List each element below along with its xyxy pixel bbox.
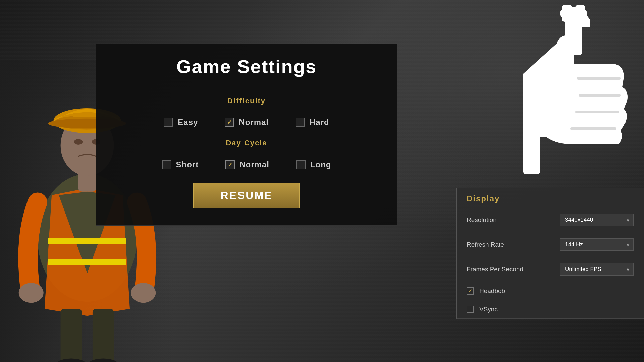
difficulty-easy[interactable]: Easy xyxy=(164,118,198,127)
svg-rect-24 xyxy=(579,94,621,97)
svg-rect-22 xyxy=(523,134,540,174)
svg-point-11 xyxy=(19,283,44,303)
fps-select[interactable]: 30 FPS 60 FPS 120 FPS 144 FPS Unlimited … xyxy=(560,263,634,276)
fps-row: Frames Per Second 30 FPS 60 FPS 120 FPS … xyxy=(457,257,644,282)
day-cycle-options: Short Normal Long xyxy=(116,160,377,169)
vsync-label: VSync xyxy=(479,306,498,313)
display-header: Display xyxy=(457,188,644,207)
vsync-checkbox[interactable] xyxy=(467,306,474,313)
headbob-label: Headbob xyxy=(479,287,505,295)
day-cycle-divider xyxy=(116,150,377,150)
fps-select-wrapper[interactable]: 30 FPS 60 FPS 120 FPS 144 FPS Unlimited … xyxy=(560,263,634,276)
difficulty-easy-checkbox[interactable] xyxy=(164,118,173,127)
day-cycle-long[interactable]: Long xyxy=(296,160,331,169)
difficulty-options: Easy Normal Hard xyxy=(116,118,377,127)
svg-rect-13 xyxy=(61,309,82,362)
day-cycle-short[interactable]: Short xyxy=(162,160,199,169)
difficulty-divider xyxy=(116,108,377,108)
difficulty-normal-checkbox[interactable] xyxy=(225,118,234,127)
day-cycle-short-checkbox[interactable] xyxy=(162,160,171,169)
refresh-rate-select-wrapper[interactable]: 60 Hz 75 Hz 120 Hz 144 Hz 165 Hz 240 Hz xyxy=(560,238,634,251)
resolution-label: Resolution xyxy=(467,216,497,224)
difficulty-hard-label: Hard xyxy=(310,118,329,127)
panel-header: Game Settings xyxy=(96,44,397,86)
svg-rect-14 xyxy=(93,309,114,362)
svg-point-15 xyxy=(55,358,87,362)
svg-point-16 xyxy=(87,358,119,362)
settings-panel: Game Settings Difficulty Easy Normal Har… xyxy=(96,44,397,226)
thumbs-up-icon xyxy=(503,0,644,188)
panel-content: Difficulty Easy Normal Hard Day Cycle xyxy=(96,86,397,225)
resolution-select[interactable]: 644x362 2560x1440 3440x1440 3840x2160 xyxy=(560,214,634,226)
day-cycle-title: Day Cycle xyxy=(116,139,377,147)
day-cycle-normal-label: Normal xyxy=(239,160,269,169)
headbob-row[interactable]: Headbob xyxy=(457,282,644,300)
display-title: Display xyxy=(467,194,500,203)
vsync-row[interactable]: VSync xyxy=(457,300,644,319)
day-cycle-section: Day Cycle Short Normal Long xyxy=(116,139,377,169)
resolution-select-wrapper[interactable]: 644x362 2560x1440 3440x1440 3840x2160 xyxy=(560,214,634,226)
display-panel: Display Resolution 644x362 2560x1440 3… xyxy=(456,188,644,319)
difficulty-section: Difficulty Easy Normal Hard xyxy=(116,97,377,127)
resume-button[interactable]: Resume xyxy=(193,183,300,208)
svg-rect-23 xyxy=(577,77,621,80)
svg-rect-26 xyxy=(570,127,616,130)
refresh-rate-label: Refresh Rate xyxy=(467,241,504,248)
fps-label: Frames Per Second xyxy=(467,266,523,273)
difficulty-easy-label: Easy xyxy=(178,118,198,127)
svg-rect-1 xyxy=(48,238,126,244)
day-cycle-short-label: Short xyxy=(176,160,199,169)
svg-point-12 xyxy=(131,283,156,303)
svg-point-5 xyxy=(74,139,83,145)
day-cycle-normal[interactable]: Normal xyxy=(225,160,269,169)
day-cycle-long-checkbox[interactable] xyxy=(296,160,306,169)
difficulty-normal[interactable]: Normal xyxy=(225,118,269,127)
day-cycle-normal-checkbox[interactable] xyxy=(225,160,235,169)
resolution-row: Resolution 644x362 2560x1440 3440x1440… xyxy=(457,207,644,232)
difficulty-hard[interactable]: Hard xyxy=(296,118,329,127)
svg-rect-2 xyxy=(48,259,126,265)
svg-rect-25 xyxy=(575,111,619,113)
resume-button-wrapper: Resume xyxy=(116,183,377,208)
headbob-checkbox[interactable] xyxy=(467,287,474,295)
day-cycle-long-label: Long xyxy=(310,160,331,169)
panel-title: Game Settings xyxy=(103,56,390,77)
difficulty-normal-label: Normal xyxy=(239,118,269,127)
refresh-rate-row: Refresh Rate 60 Hz 75 Hz 120 Hz 144 Hz 1… xyxy=(457,232,644,257)
refresh-rate-select[interactable]: 60 Hz 75 Hz 120 Hz 144 Hz 165 Hz 240 Hz xyxy=(560,238,634,251)
difficulty-title: Difficulty xyxy=(116,97,377,105)
difficulty-hard-checkbox[interactable] xyxy=(296,118,305,127)
